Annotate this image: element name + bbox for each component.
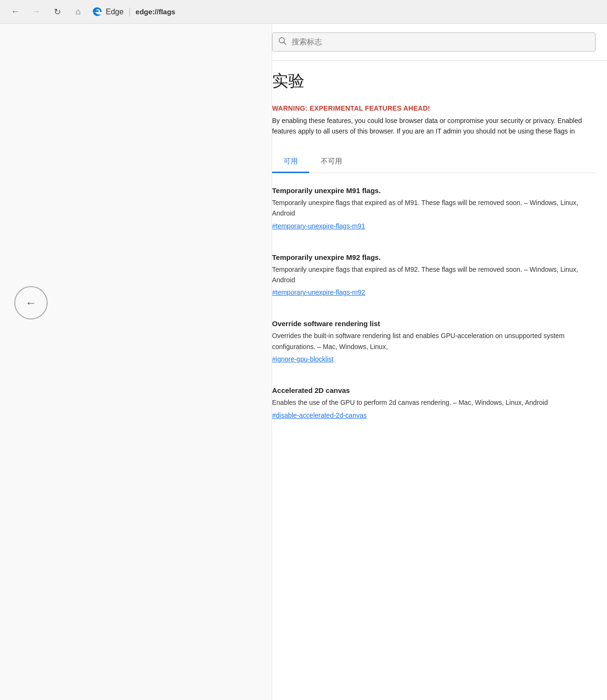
flag-item-gpu: Override software rendering list Overrid… <box>272 319 596 367</box>
reload-button[interactable]: ↻ <box>50 4 65 20</box>
search-container <box>272 24 607 61</box>
flag-item-m91: Temporarily unexpire M91 flags. Temporar… <box>272 186 596 234</box>
url-protocol: edge:// <box>136 8 159 16</box>
flag-title-gpu: Override software rendering list <box>272 319 596 328</box>
flag-link-gpu[interactable]: #ignore-gpu-blocklist <box>272 355 334 363</box>
svg-line-1 <box>284 42 286 45</box>
forward-button[interactable]: → <box>29 4 44 20</box>
left-panel: ← <box>0 24 272 700</box>
tab-unavailable[interactable]: 不可用 <box>309 151 354 173</box>
search-box <box>272 32 596 51</box>
flag-link-m92[interactable]: #temporary-unexpire-flags-m92 <box>272 288 365 296</box>
flag-link-canvas[interactable]: #disable-accelerated-2d-canvas <box>272 412 366 419</box>
flag-desc-m91: Temporarily unexpire flags that expired … <box>272 197 596 219</box>
edge-logo: Edge <box>91 6 123 18</box>
flag-title-m92: Temporarily unexpire M92 flags. <box>272 253 596 261</box>
address-bar[interactable]: Edge | edge://flags <box>91 6 599 18</box>
tab-available[interactable]: 可用 <box>272 151 309 173</box>
flag-desc-canvas: Enables the use of the GPU to perform 2d… <box>272 397 596 408</box>
url-path: flags <box>159 8 175 16</box>
flag-link-m91[interactable]: #temporary-unexpire-flags-m91 <box>272 222 365 230</box>
address-separator: | <box>128 6 131 17</box>
back-button[interactable]: ← <box>8 4 23 20</box>
flag-item-m92: Temporarily unexpire M92 flags. Temporar… <box>272 253 596 301</box>
page-content: ← 实验 WARNING: EXPERIMENTAL FEATURES A <box>0 24 607 700</box>
page-title: 实验 <box>272 70 596 92</box>
warning-heading: WARNING: EXPERIMENTAL FEATURES AHEAD! <box>272 103 596 113</box>
address-url[interactable]: edge://flags <box>136 8 175 16</box>
edge-label: Edge <box>106 8 123 16</box>
flags-content: 实验 WARNING: EXPERIMENTAL FEATURES AHEAD!… <box>272 61 607 452</box>
tabs-row: 可用 不可用 <box>272 151 596 173</box>
flags-panel: 实验 WARNING: EXPERIMENTAL FEATURES AHEAD!… <box>272 24 607 700</box>
flag-desc-m92: Temporarily unexpire flags that expired … <box>272 264 596 286</box>
edge-icon <box>91 6 103 18</box>
search-input[interactable] <box>292 38 589 46</box>
flag-title-m91: Temporarily unexpire M91 flags. <box>272 186 596 195</box>
search-icon <box>278 37 287 47</box>
flag-desc-gpu: Overrides the built-in software renderin… <box>272 330 596 352</box>
browser-toolbar: ← → ↻ ⌂ Edge | edge://flags <box>0 0 607 24</box>
back-circle-button[interactable]: ← <box>14 286 48 319</box>
home-button[interactable]: ⌂ <box>71 4 86 20</box>
flag-title-canvas: Accelerated 2D canvas <box>272 386 596 394</box>
flags-list: Temporarily unexpire M91 flags. Temporar… <box>272 186 596 423</box>
warning-body: By enabling these features, you could lo… <box>272 115 596 137</box>
flag-item-canvas: Accelerated 2D canvas Enables the use of… <box>272 386 596 423</box>
tabs-container: 可用 不可用 <box>272 151 596 173</box>
warning-section: WARNING: EXPERIMENTAL FEATURES AHEAD! By… <box>272 103 596 137</box>
